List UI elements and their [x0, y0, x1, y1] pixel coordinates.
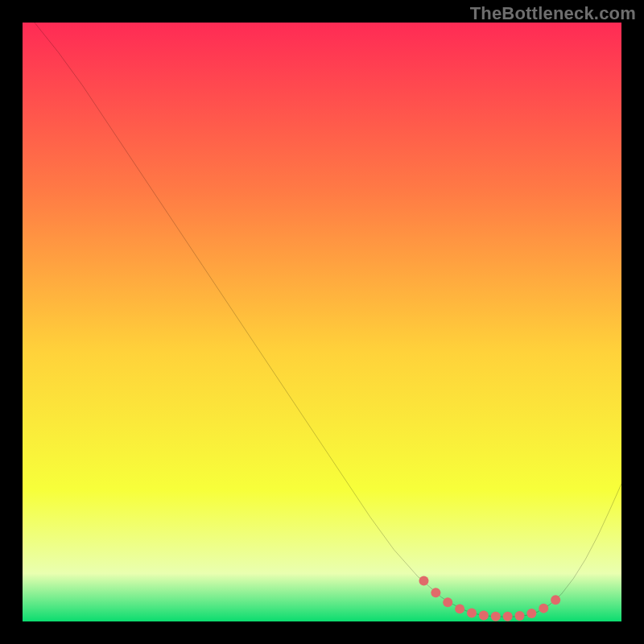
- highlight-dot: [539, 604, 548, 613]
- chart-frame: TheBottleneck.com: [0, 0, 644, 644]
- highlight-dot: [431, 588, 440, 597]
- highlight-dot: [551, 595, 560, 605]
- plot-area: [23, 23, 621, 621]
- chart-svg: [23, 23, 621, 621]
- gradient-background: [23, 23, 621, 621]
- highlight-dot: [419, 576, 428, 585]
- highlight-dot: [515, 611, 525, 621]
- watermark-label: TheBottleneck.com: [470, 3, 636, 24]
- highlight-dot: [443, 597, 452, 607]
- highlight-dot: [491, 612, 501, 621]
- highlight-dot: [503, 612, 513, 621]
- highlight-dot: [467, 609, 477, 618]
- highlight-dot: [455, 604, 464, 613]
- highlight-dot: [479, 611, 489, 621]
- highlight-dot: [526, 609, 536, 618]
